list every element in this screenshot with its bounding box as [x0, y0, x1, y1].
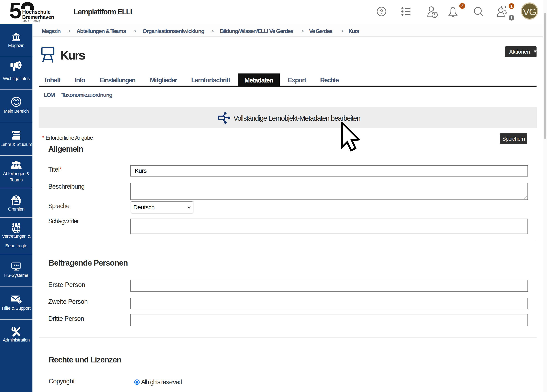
svg-text:5: 5 [9, 2, 21, 23]
svg-text:?: ? [19, 300, 21, 304]
svg-text:1975 – 2025: 1975 – 2025 [22, 19, 41, 22]
svg-text:Hochschule: Hochschule [22, 9, 50, 15]
svg-text:?: ? [380, 8, 383, 15]
